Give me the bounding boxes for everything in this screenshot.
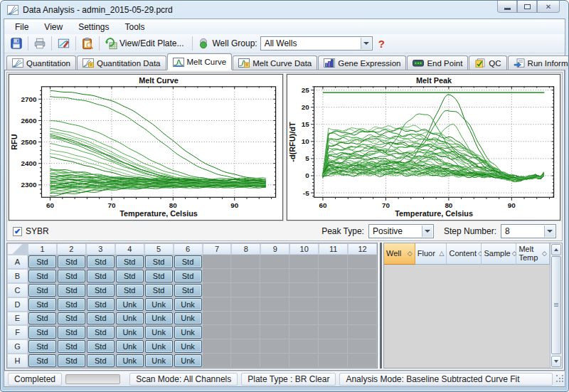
plate-column-header-6[interactable]: 6: [174, 243, 203, 255]
sybr-checkbox[interactable]: ✔: [13, 227, 22, 236]
well-C1[interactable]: Std: [28, 284, 56, 297]
well-C6[interactable]: Std: [174, 284, 202, 297]
well-D6[interactable]: Unk: [174, 298, 202, 311]
column-header-content[interactable]: Content◇: [447, 243, 482, 265]
well-F4[interactable]: Unk: [116, 326, 144, 339]
plate-column-header-3[interactable]: 3: [86, 243, 115, 255]
well-F5[interactable]: Unk: [145, 326, 173, 339]
plate-row-header-C[interactable]: C: [7, 283, 28, 297]
plate-row-header-H[interactable]: H: [7, 354, 28, 368]
well-B5[interactable]: Std: [145, 270, 173, 282]
save-button[interactable]: [8, 36, 25, 52]
column-header-well[interactable]: Well◇: [384, 243, 415, 265]
titlebar[interactable]: Data Analysis - admin_2015-05-29.pcrd ✕: [1, 1, 568, 18]
menu-view[interactable]: View: [36, 20, 70, 34]
restore-button[interactable]: [517, 1, 537, 13]
plate-column-header-9[interactable]: 9: [260, 243, 289, 255]
tab-quantitation-data[interactable]: Quantitation Data: [77, 55, 166, 70]
plate-column-header-1[interactable]: 1: [28, 243, 57, 255]
well-C3[interactable]: Std: [87, 284, 115, 297]
well-G4[interactable]: Unk: [116, 340, 144, 353]
well-F3[interactable]: Std: [87, 326, 115, 339]
plate-row-header-B[interactable]: B: [7, 269, 28, 283]
menu-tools[interactable]: Tools: [117, 20, 153, 34]
vertical-scrollbar[interactable]: [550, 243, 562, 368]
well-E5[interactable]: Unk: [145, 312, 173, 325]
plate-column-header-2[interactable]: 2: [57, 243, 86, 255]
chart-report-button[interactable]: [55, 36, 73, 52]
print-button[interactable]: [31, 36, 48, 52]
well-C4[interactable]: Std: [116, 284, 144, 297]
scroll-up-button[interactable]: [551, 244, 561, 255]
well-E1[interactable]: Std: [28, 312, 56, 325]
plate-column-header-12[interactable]: 12: [348, 243, 377, 255]
plate-row-header-E[interactable]: E: [7, 312, 28, 326]
well-G2[interactable]: Std: [58, 340, 85, 353]
step-number-select[interactable]: 8: [501, 224, 556, 238]
plate-row-header-A[interactable]: A: [7, 255, 28, 269]
minimize-button[interactable]: [497, 1, 517, 13]
plate-row-header-D[interactable]: D: [7, 297, 28, 312]
well-D4[interactable]: Unk: [116, 298, 144, 311]
well-B2[interactable]: Std: [58, 270, 85, 282]
well-D3[interactable]: Std: [87, 298, 115, 311]
tab-quantitation[interactable]: Quantitation: [6, 55, 76, 70]
well-E2[interactable]: Std: [58, 312, 85, 325]
well-H2[interactable]: Std: [58, 354, 85, 367]
scrollbar-thumb[interactable]: [551, 256, 561, 354]
well-G5[interactable]: Unk: [145, 340, 173, 353]
plate-column-header-8[interactable]: 8: [231, 243, 260, 255]
well-B4[interactable]: Std: [116, 270, 144, 282]
well-G3[interactable]: Std: [87, 340, 115, 353]
well-A6[interactable]: Std: [174, 255, 202, 268]
well-F2[interactable]: Std: [58, 326, 85, 339]
well-B3[interactable]: Std: [87, 270, 115, 282]
well-D1[interactable]: Std: [28, 298, 56, 311]
well-D2[interactable]: Std: [58, 298, 85, 311]
tab-qc[interactable]: QC: [469, 55, 506, 70]
close-button[interactable]: ✕: [537, 1, 560, 13]
plate-column-header-11[interactable]: 11: [319, 243, 348, 255]
plate-column-header-4[interactable]: 4: [115, 243, 144, 255]
well-group-select[interactable]: All Wells: [260, 36, 373, 51]
menu-settings[interactable]: Settings: [70, 20, 117, 34]
plate-row-header-G[interactable]: G: [7, 339, 28, 354]
well-H1[interactable]: Std: [28, 354, 56, 367]
plate-corner[interactable]: [7, 243, 28, 255]
well-A1[interactable]: Std: [28, 255, 56, 268]
well-A3[interactable]: Std: [87, 255, 115, 268]
plate-column-header-7[interactable]: 7: [203, 243, 232, 255]
well-B6[interactable]: Std: [174, 270, 202, 282]
column-header-fluor[interactable]: Fluor△: [415, 243, 447, 265]
well-A2[interactable]: Std: [58, 255, 85, 268]
scroll-down-button[interactable]: [551, 356, 561, 367]
well-H5[interactable]: Unk: [145, 354, 173, 367]
well-D5[interactable]: Unk: [145, 298, 173, 311]
plate-column-header-10[interactable]: 10: [289, 243, 319, 255]
resize-grip[interactable]: [556, 375, 561, 383]
well-G1[interactable]: Std: [28, 340, 56, 353]
well-B1[interactable]: Std: [28, 270, 56, 282]
well-C5[interactable]: Std: [145, 284, 173, 297]
plate-row-header-F[interactable]: F: [7, 325, 28, 339]
well-H6[interactable]: Unk: [174, 354, 202, 367]
column-header-melt-temp[interactable]: Melt Temp◇: [516, 243, 550, 265]
tab-melt-curve[interactable]: Melt Curve: [167, 53, 233, 70]
well-E3[interactable]: Std: [87, 312, 115, 325]
help-button[interactable]: ?: [378, 38, 385, 50]
plate-column-header-5[interactable]: 5: [144, 243, 174, 255]
well-G6[interactable]: Unk: [174, 340, 202, 353]
tab-run-information[interactable]: Run Information: [508, 55, 569, 70]
well-H4[interactable]: Unk: [116, 354, 144, 367]
well-F1[interactable]: Std: [28, 326, 56, 339]
tab-end-point[interactable]: End Point: [407, 55, 468, 70]
peak-type-select[interactable]: Positive: [368, 224, 434, 238]
well-H3[interactable]: Std: [87, 354, 115, 367]
well-C2[interactable]: Std: [58, 284, 85, 297]
tab-melt-curve-data[interactable]: Melt Curve Data: [233, 55, 317, 70]
menu-file[interactable]: File: [7, 20, 36, 34]
tab-gene-expression[interactable]: Gene Expression: [318, 55, 406, 70]
splitter-handle[interactable]: [380, 243, 382, 369]
well-F6[interactable]: Unk: [174, 326, 202, 339]
clipboard-preview-button[interactable]: [79, 36, 96, 52]
